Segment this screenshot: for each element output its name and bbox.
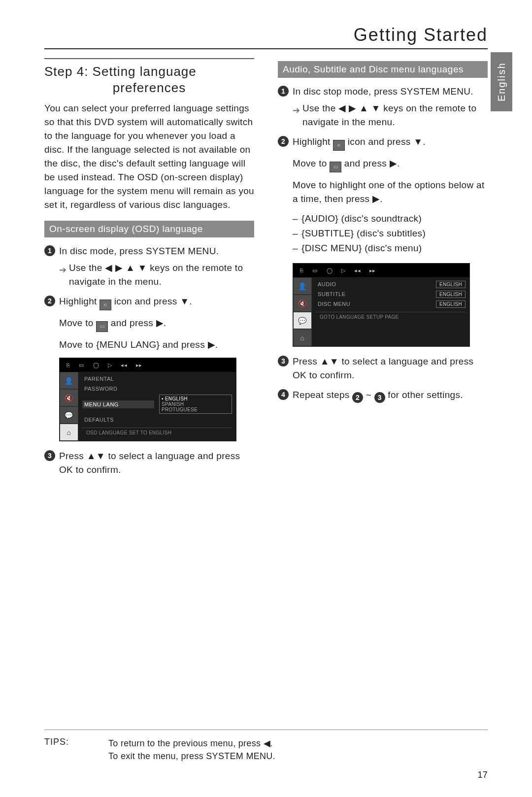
toolbox-icon: ▭ [96,321,108,332]
osd-top-icon: ▷ [108,362,112,368]
osd2-side-icon: ⌂ [293,329,312,346]
language-tab: English [491,52,512,111]
osd-step-2-e: Move to {MENU LANG} and press ▶. [44,338,254,352]
step-number-1-icon: 1 [278,86,289,97]
osd1-side-icon: 👤 [60,372,78,389]
step-number-4-icon: 4 [278,389,289,400]
step-number-3-icon: 3 [44,450,55,461]
osd1-footer: OSD LANGUAGE SET TO ENGLISH [82,428,232,437]
osd2-side-icon: 🔇 [293,295,312,312]
tips-line-1: To return to the previous menu, press ◀. [108,737,275,750]
audio-step-2-d: and press ▶. [344,158,400,168]
audio-step-2-c-line: Move to ▭ and press ▶. [278,157,488,172]
audio-step-1-sub: ➔ Use the ◀ ▶ ▲ ▼ keys on the remote to … [278,101,488,129]
osd1-dropdown-item: PROTUGUESE [162,407,230,412]
intro-paragraph: You can select your preferred language s… [44,101,254,212]
tips-block: TIPS: To return to the previous menu, pr… [44,730,488,763]
audio-step-3-text: Press ▲▼ to select a language and press … [293,356,473,380]
osd-top-icon: ◯ [327,267,332,274]
osd-top-icon: ◯ [93,362,99,368]
page-title: Getting Started [44,20,488,49]
osd-top-icon: ◂◂ [354,267,361,274]
osd2-row-value: ENGLISH [436,281,466,288]
osd-top-icon: ⎘ [300,267,303,273]
step-heading-line2: preferences [44,80,254,96]
osd2-row-value: ENGLISH [436,300,466,308]
section-osd-language: On-screen display (OSD) language [44,221,254,237]
settings-icon: ⎌ [333,140,345,151]
page-number: 17 [477,770,488,780]
step-number-2-icon: 2 [278,136,289,147]
osd-top-icon: ◂◂ [121,362,127,368]
language-icon: ▭ [330,162,341,172]
osd1-row-selected: MENU LANG [82,400,154,408]
osd2-row-label: DISC MENU [316,300,431,308]
osd-step-2-d: and press ▶. [111,318,166,328]
osd-step-1-text: In disc mode, press SYSTEM MENU. [59,246,219,256]
audio-step-1-text: In disc stop mode, press SYSTEM MENU. [293,86,473,97]
osd-step-2-b: icon and press ▼. [114,296,192,306]
arrow-right-icon: ➔ [293,103,300,117]
audio-step-2: 2 Highlight ⎌ icon and press ▼. [278,135,488,151]
osd-top-icon: ▷ [341,267,345,274]
step-number-2-icon: 2 [44,296,55,306]
audio-step-1-sub-text: Use the ◀ ▶ ▲ ▼ keys on the remote to na… [302,103,476,127]
audio-step-2-c: Move to [293,158,330,168]
osd1-side-icon: 🔇 [60,389,78,406]
osd-screenshot-1: ⎘ ▭ ◯ ▷ ◂◂ ▸▸ 👤 🔇 💬 ⌂ PARENTAL [59,358,236,441]
step-heading-line1: Step 4: Setting language [44,64,197,79]
option-subtitle: {SUBTITLE} (disc's subtitles) [278,227,488,240]
osd-top-icon: ▸▸ [136,362,142,368]
osd-step-2-a: Highlight [59,296,100,306]
left-column: Step 4: Setting language preferences You… [44,58,254,483]
osd-step-3: 3 Press ▲▼ to select a language and pres… [44,449,254,477]
audio-step-4-c: for other settings. [388,390,463,400]
osd1-side-icon-active: ⌂ [60,424,78,441]
osd-step-1-sub: ➔ Use the ◀ ▶ ▲ ▼ keys on the remote to … [44,261,254,289]
osd-top-icon: ▸▸ [369,267,376,274]
audio-step-3: 3 Press ▲▼ to select a language and pres… [278,355,488,382]
osd2-topbar: ⎘ ▭ ◯ ▷ ◂◂ ▸▸ [293,264,469,277]
settings-icon: ⎌ [100,299,111,310]
osd1-sidebar: 👤 🔇 💬 ⌂ [60,372,78,441]
osd2-side-icon-active: 💬 [293,312,312,329]
option-audio: {AUDIO} (disc's soundtrack) [278,212,488,226]
osd2-row-label: AUDIO [316,280,431,288]
inline-step-3-icon: 3 [374,392,385,403]
tips-label: TIPS: [44,737,84,763]
osd1-dropdown-item: • ENGLISH [162,396,230,401]
osd-top-icon: ⎘ [66,362,70,368]
osd1-row: PARENTAL [82,375,232,383]
osd2-footer: GOTO LANGUAGE SETUP PAGE [316,312,466,322]
osd-top-icon: ▭ [79,362,84,368]
osd-top-icon: ▭ [312,267,317,274]
osd-step-1-sub-text: Use the ◀ ▶ ▲ ▼ keys on the remote to na… [69,263,243,287]
osd-step-2: 2 Highlight ⎌ icon and press ▼. [44,295,254,310]
osd1-topbar: ⎘ ▭ ◯ ▷ ◂◂ ▸▸ [60,358,236,372]
audio-step-2-a: Highlight [293,136,333,147]
osd1-dropdown-item: SPANISH [162,401,230,407]
audio-step-1: 1 In disc stop mode, press SYSTEM MENU. [278,85,488,99]
audio-step-4-a: Repeat steps [293,390,352,400]
tips-line-2: To exit the menu, press SYSTEM MENU. [108,750,275,763]
step-number-3-icon: 3 [278,356,289,366]
audio-step-2-b: icon and press ▼. [348,136,426,147]
step-number-1-icon: 1 [44,245,55,256]
osd2-row-value: ENGLISH [436,291,466,298]
arrow-right-icon: ➔ [59,263,66,277]
audio-step-4-b: ~ [366,390,374,400]
osd1-row: DEFAULTS [82,416,232,424]
osd2-sidebar: 👤 🔇 💬 ⌂ [293,277,312,346]
osd-step-2-c: Move to [59,318,96,328]
osd1-row: PASSWORD [82,385,232,393]
option-disc-menu: {DISC MENU} (disc's menu) [278,241,488,255]
osd-step-2-c-line: Move to ▭ and press ▶. [44,316,254,332]
osd-screenshot-2: ⎘ ▭ ◯ ▷ ◂◂ ▸▸ 👤 🔇 💬 ⌂ [293,263,470,347]
osd-step-1: 1 In disc mode, press SYSTEM MENU. [44,244,254,258]
audio-step-2-e: Move to highlight one of the options bel… [278,178,488,206]
inline-step-2-icon: 2 [352,392,363,403]
osd-step-3-text: Press ▲▼ to select a language and press … [59,451,240,475]
audio-step-4: 4 Repeat steps 2 ~ 3 for other settings. [278,388,488,403]
osd2-row-label: SUBTITLE [316,290,431,298]
osd1-side-icon: 💬 [60,406,78,424]
